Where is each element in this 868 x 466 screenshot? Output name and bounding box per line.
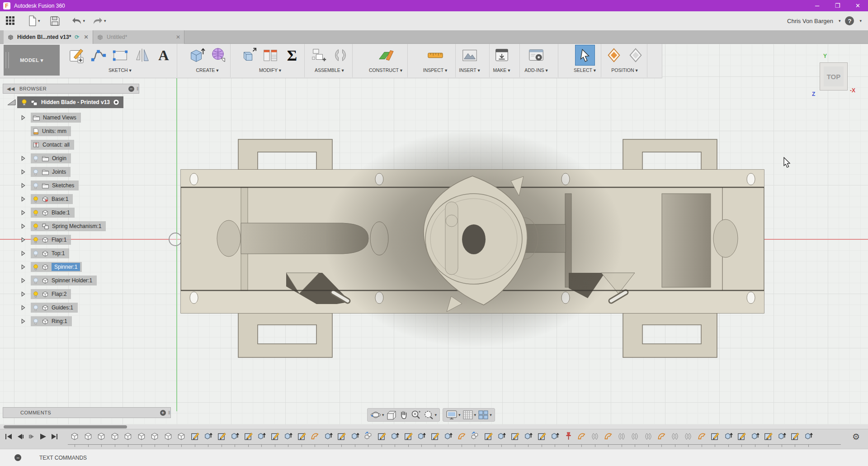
timeline-end-icon[interactable]: [51, 433, 59, 440]
view-cube-face-label[interactable]: TOP: [824, 67, 844, 86]
timeline-scrollbar[interactable]: [0, 424, 868, 429]
timeline-feature-combine[interactable]: [470, 432, 480, 442]
rectangle-tool-button[interactable]: [110, 45, 130, 66]
browser-item-guides-1[interactable]: Guides:1: [3, 301, 152, 314]
make-tool-button[interactable]: [492, 45, 512, 66]
ribbon-group-label[interactable]: MODIFY ▾: [236, 67, 304, 73]
form-tool-button[interactable]: [208, 45, 228, 66]
timeline-feature-sketch[interactable]: [710, 432, 720, 442]
activate-radio-icon[interactable]: [113, 99, 120, 106]
redo-icon[interactable]: ▾: [92, 14, 106, 28]
timeline-ruler[interactable]: [68, 444, 841, 447]
timeline-feature-sketch[interactable]: [430, 432, 440, 442]
fit-button[interactable]: ▾: [423, 410, 437, 420]
document-tab-active[interactable]: Hidden Bl...nted v13* ⟳ ✕: [4, 30, 93, 44]
document-tab-inactive[interactable]: Untitled* ✕: [93, 30, 184, 44]
orbit-button[interactable]: ▾: [370, 410, 384, 420]
display-settings-button[interactable]: ▾: [446, 410, 461, 420]
construct-plane-tool-button[interactable]: [376, 45, 396, 66]
create-sketch-tool-button[interactable]: [67, 45, 87, 66]
timeline-feature-joint[interactable]: [604, 432, 613, 442]
step-back-icon[interactable]: [16, 433, 24, 440]
view-cube[interactable]: TOP: [820, 62, 848, 90]
browser-item-label[interactable]: Spinner Holder:1: [52, 277, 92, 284]
timeline-feature-extrude[interactable]: [257, 432, 267, 442]
app-grid-icon[interactable]: [5, 14, 15, 28]
browser-item-label[interactable]: Top:1: [52, 250, 65, 257]
timeline-feature-extrude[interactable]: [497, 432, 507, 442]
save-icon[interactable]: [50, 14, 60, 28]
ribbon-group-label[interactable]: POSITION ▾: [602, 67, 647, 73]
timeline-feature-extrude[interactable]: [283, 432, 293, 442]
ribbon-group-label[interactable]: SKETCH ▾: [63, 67, 177, 73]
timeline-feature-sketch[interactable]: [537, 432, 547, 442]
file-menu-icon[interactable]: ▾: [28, 14, 40, 28]
ribbon-group-label[interactable]: INSPECT ▾: [415, 67, 455, 73]
display-settings-caret-icon[interactable]: ▾: [458, 413, 461, 417]
browser-item-label[interactable]: Contact: all: [42, 142, 70, 148]
ribbon-group-label[interactable]: ADD-INS ▾: [514, 67, 558, 73]
tab-close-icon[interactable]: ✕: [84, 34, 88, 40]
timeline-feature-extrude[interactable]: [777, 432, 787, 442]
browser-item-label[interactable]: Flap:1: [52, 237, 66, 243]
zoom-button[interactable]: [410, 410, 421, 420]
mirror-tool-button[interactable]: [132, 45, 152, 66]
browser-item-joints[interactable]: Joints: [3, 165, 152, 179]
orbit-caret-icon[interactable]: ▾: [382, 413, 384, 417]
browser-item-spring-mechanism-1[interactable]: Spring Mechanism:1: [3, 219, 152, 233]
step-forward-icon[interactable]: [28, 433, 35, 440]
timeline-feature-sketch[interactable]: [337, 432, 347, 442]
timeline-feature-box[interactable]: [177, 432, 187, 442]
timeline-feature-extrude[interactable]: [390, 432, 400, 442]
timeline-feature-joint[interactable]: [697, 432, 707, 442]
timeline-feature-extrude[interactable]: [443, 432, 453, 442]
timeline-feature-as-built[interactable]: [617, 432, 627, 442]
browser-item-label[interactable]: Blade:1: [52, 209, 70, 216]
browser-panel-header[interactable]: ◀◀ BROWSER − ‖: [3, 84, 139, 94]
ribbon-group-label[interactable]: INSERT ▾: [450, 67, 489, 73]
close-button[interactable]: ✕: [848, 0, 868, 11]
timeline-feature-box[interactable]: [84, 432, 94, 442]
browser-item-units-mm[interactable]: Units: mm: [3, 124, 152, 138]
browser-minimize-icon[interactable]: −: [128, 86, 134, 92]
timeline-feature-extrude[interactable]: [324, 432, 334, 442]
minimize-button[interactable]: ─: [807, 0, 827, 11]
timeline-feature-sketch[interactable]: [297, 432, 307, 442]
timeline-feature-joint[interactable]: [310, 432, 320, 442]
browser-item-label[interactable]: Flap:2: [52, 291, 66, 297]
sync-icon[interactable]: ⟳: [75, 34, 79, 40]
timeline-feature-box[interactable]: [150, 432, 160, 442]
timeline-feature-sketch[interactable]: [244, 432, 254, 442]
timeline-feature-extrude[interactable]: [203, 432, 213, 442]
browser-item-base-1[interactable]: Base:1: [3, 192, 152, 206]
tab-close-icon[interactable]: ✕: [176, 34, 180, 40]
timeline-feature-box[interactable]: [70, 432, 80, 442]
timeline-feature-sketch[interactable]: [790, 432, 800, 442]
help-icon[interactable]: ?: [845, 16, 854, 25]
timeline-feature-pin[interactable]: [564, 432, 574, 442]
timeline-feature-box[interactable]: [123, 432, 133, 442]
appearance-tool-button[interactable]: [260, 45, 280, 66]
timeline-feature-sketch[interactable]: [404, 432, 414, 442]
timeline-feature-sketch[interactable]: [270, 432, 280, 442]
extrude-tool-button[interactable]: [187, 45, 207, 66]
timeline-feature-extrude[interactable]: [750, 432, 760, 442]
ribbon-group-label[interactable]: CREATE ▾: [184, 67, 230, 73]
browser-item-label[interactable]: Origin: [52, 155, 66, 162]
spline-tool-button[interactable]: [89, 45, 108, 66]
panel-grip-icon[interactable]: ‖: [137, 86, 139, 91]
browser-item-label[interactable]: Guides:1: [52, 304, 73, 311]
parameters-tool-button[interactable]: Σ: [282, 45, 302, 66]
viewports-button[interactable]: ▾: [478, 410, 492, 420]
timeline-feature-box[interactable]: [164, 432, 174, 442]
browser-item-label[interactable]: Spinner:1: [52, 263, 80, 271]
workspace-selector[interactable]: MODEL ▾: [4, 45, 60, 76]
position-revert-tool-button[interactable]: [626, 45, 646, 66]
timeline-feature-extrude[interactable]: [524, 432, 533, 442]
viewports-caret-icon[interactable]: ▾: [490, 413, 492, 417]
expand-triangle-icon[interactable]: [6, 98, 17, 107]
collapse-panel-icon[interactable]: ◀◀: [7, 86, 15, 92]
joint-tool-button[interactable]: [330, 45, 350, 66]
undo-icon[interactable]: ▾: [71, 14, 85, 28]
play-icon[interactable]: [39, 433, 47, 440]
